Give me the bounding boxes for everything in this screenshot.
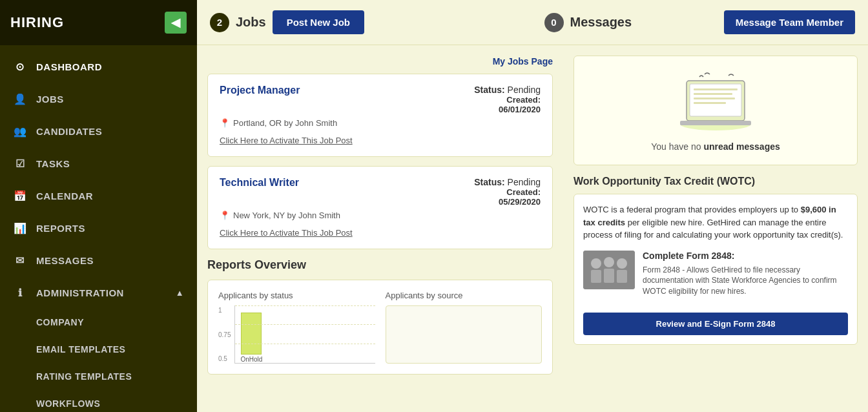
job-location-1: 📍 Portland, OR by John Smith [220, 118, 541, 128]
messages-section: 0 Messages Message Team Member [532, 10, 856, 34]
job-title-2[interactable]: Technical Writer [220, 177, 299, 189]
created-date-2: 05/29/2020 [499, 197, 541, 207]
bar-chart-container: 1 0.75 0.5 [218, 305, 375, 364]
sub-nav-label: COMPANY [36, 317, 84, 327]
svg-point-13 [617, 258, 627, 269]
jobs-section-title: Jobs [236, 15, 266, 30]
sidebar-item-jobs[interactable]: 👤 JOBS [0, 83, 197, 115]
sidebar-toggle-button[interactable]: ◀ [165, 12, 187, 34]
review-esign-button[interactable]: Review and E-Sign Form 2848 [583, 313, 848, 335]
content-area: My Jobs Page Project Manager Status: Pen… [197, 45, 868, 412]
y-label-1: 1 [218, 307, 231, 314]
created-label-2: Created: [506, 187, 541, 197]
status-value-1: Pending [508, 85, 541, 95]
status-value-2: Pending [508, 177, 541, 187]
y-label-075: 0.75 [218, 331, 231, 338]
activate-job-link-2[interactable]: Click Here to Activate This Job Post [220, 228, 353, 238]
job-card-1: Project Manager Status: Pending Created:… [207, 74, 553, 157]
sidebar: HIRING ◀ ⊙ DASHBOARD 👤 JOBS 👥 CANDIDATES… [0, 0, 197, 412]
created-label-1: Created: [506, 95, 541, 105]
messages-card: You have no unread messages [574, 56, 858, 165]
created-date-1: 06/01/2020 [499, 105, 541, 114]
status-label-2: Status: [474, 177, 504, 187]
reports-icon: 📊 [13, 221, 27, 235]
job-status-2: Status: Pending [474, 177, 541, 187]
right-panel: You have no unread messages Work Opportu… [563, 45, 868, 412]
grid-line-mid2 [235, 344, 375, 344]
laptop-svg [664, 69, 767, 134]
my-jobs-page-link[interactable]: My Jobs Page [493, 56, 553, 67]
job-location-text-1: Portland, OR by John Smith [233, 118, 337, 128]
wotc-title: Work Opportunity Tax Credit (WOTC) [574, 176, 858, 187]
sidebar-item-label: REPORTS [36, 223, 184, 234]
svg-point-9 [591, 258, 601, 269]
job-status-1: Status: Pending [474, 85, 541, 95]
candidates-icon: 👥 [13, 124, 27, 138]
wotc-card: WOTC is a federal program that provides … [574, 194, 858, 345]
sidebar-item-messages[interactable]: ✉ MESSAGES [0, 244, 197, 276]
wotc-team-svg [583, 251, 635, 289]
main-content: 2 Jobs Post New Job 0 Messages Message T… [197, 0, 868, 412]
job-location-2: 📍 New York, NY by John Smith [220, 211, 541, 220]
wotc-form-description: Form 2848 - Allows GetHired to file nece… [643, 265, 848, 297]
no-messages-text: You have no unread messages [587, 141, 844, 152]
reports-overview-section: Reports Overview Applicants by status 1 … [207, 258, 553, 375]
job-created-1: Created: 06/01/2020 [474, 95, 541, 114]
sidebar-item-candidates[interactable]: 👥 CANDIDATES [0, 115, 197, 147]
sidebar-item-label: ADMINISTRATION [36, 287, 167, 298]
sidebar-item-tasks[interactable]: ☑ TASKS [0, 147, 197, 180]
sidebar-item-email-templates[interactable]: EMAIL TEMPLATES [0, 336, 197, 363]
job-card-header-2: Technical Writer Status: Pending Created… [220, 177, 541, 207]
activate-job-link-1[interactable]: Click Here to Activate This Job Post [220, 136, 353, 145]
sub-nav-label: EMAIL TEMPLATES [36, 344, 125, 355]
sidebar-item-company[interactable]: COMPANY [0, 309, 197, 336]
sidebar-item-label: DASHBOARD [36, 61, 184, 72]
sidebar-item-calendar[interactable]: 📅 CALENDAR [0, 180, 197, 212]
svg-rect-10 [591, 270, 601, 283]
job-card-2: Technical Writer Status: Pending Created… [207, 166, 553, 249]
svg-rect-3 [694, 88, 738, 90]
post-new-job-button[interactable]: Post New Job [273, 10, 364, 34]
reports-card: Applicants by status 1 0.75 0.5 [207, 280, 553, 375]
sidebar-item-administration[interactable]: ℹ ADMINISTRATION ▲ [0, 276, 197, 309]
messages-section-title: Messages [570, 15, 632, 30]
reports-row: Applicants by status 1 0.75 0.5 [218, 291, 542, 364]
job-title-1[interactable]: Project Manager [220, 85, 300, 96]
sidebar-item-workflows[interactable]: WORKFLOWS [0, 390, 197, 412]
applicants-by-status-label: Applicants by status [218, 291, 375, 300]
no-messages-illustration [664, 69, 767, 134]
wotc-description: WOTC is a federal program that provides … [583, 203, 848, 242]
job-location-text-2: New York, NY by John Smith [233, 211, 340, 220]
wotc-form-section: Complete Form 2848: Form 2848 - Allows G… [583, 251, 848, 305]
sidebar-item-reports[interactable]: 📊 REPORTS [0, 212, 197, 244]
no-messages-prefix: You have no [651, 141, 703, 152]
job-card-header: Project Manager Status: Pending Created:… [220, 85, 541, 114]
wotc-section: Work Opportunity Tax Credit (WOTC) WOTC … [574, 176, 858, 345]
sidebar-item-dashboard[interactable]: ⊙ DASHBOARD [0, 50, 197, 83]
svg-rect-14 [617, 270, 627, 283]
left-panel: My Jobs Page Project Manager Status: Pen… [197, 45, 563, 412]
applicants-by-source-label: Applicants by source [386, 291, 542, 300]
message-team-button[interactable]: Message Team Member [724, 10, 855, 34]
y-axis: 1 0.75 0.5 [218, 305, 231, 364]
jobs-count-badge: 2 [210, 13, 229, 32]
svg-point-11 [604, 257, 614, 267]
bar-label-onhold: OnHold [240, 356, 262, 363]
y-label-05: 0.5 [218, 355, 231, 362]
jobs-icon: 👤 [13, 92, 27, 106]
wotc-image [583, 251, 635, 289]
applicants-by-source-chart: Applicants by source [386, 291, 542, 364]
calendar-icon: 📅 [13, 189, 27, 203]
no-messages-bold: unread messages [703, 141, 780, 152]
tasks-icon: ☑ [13, 156, 27, 170]
wotc-form-info: Complete Form 2848: Form 2848 - Allows G… [643, 251, 848, 305]
sub-nav-label: RATING TEMPLATES [36, 371, 132, 382]
source-chart-area [386, 305, 542, 364]
svg-rect-6 [694, 102, 726, 104]
dashboard-icon: ⊙ [13, 59, 27, 74]
sidebar-item-rating-templates[interactable]: RATING TEMPLATES [0, 363, 197, 390]
svg-rect-7 [680, 121, 751, 125]
svg-rect-5 [694, 98, 735, 99]
reports-title: Reports Overview [207, 258, 553, 272]
sub-nav-label: WORKFLOWS [36, 398, 100, 409]
